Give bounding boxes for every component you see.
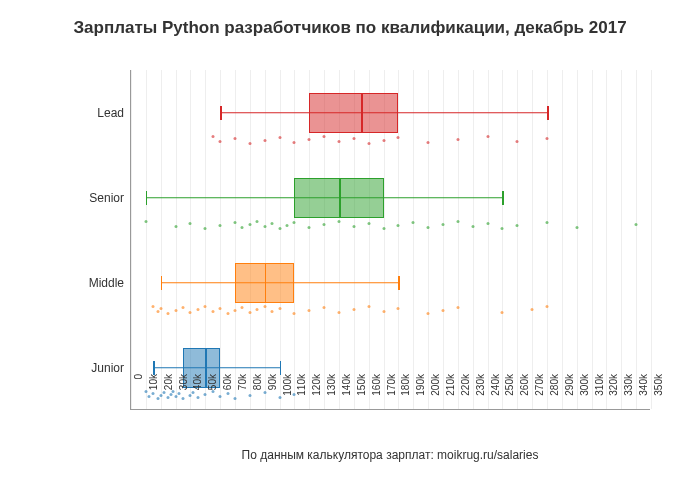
data-point <box>293 141 296 144</box>
x-axis-caption: По данным калькулятора зарплат: moikrug.… <box>130 448 650 462</box>
x-tick-label: 240k <box>490 374 501 414</box>
y-category-label: Middle <box>89 276 124 290</box>
data-point <box>367 142 370 145</box>
whisker-cap <box>547 106 549 120</box>
data-point <box>182 306 185 309</box>
data-point <box>174 225 177 228</box>
whisker-cap <box>280 361 282 375</box>
whisker-cap <box>161 276 163 290</box>
data-point <box>256 220 259 223</box>
x-tick-label: 70k <box>237 374 248 414</box>
data-point <box>531 308 534 311</box>
x-tick-label: 310k <box>594 374 605 414</box>
x-tick-label: 230k <box>475 374 486 414</box>
data-point <box>211 310 214 313</box>
median-line <box>265 263 267 303</box>
data-point <box>546 137 549 140</box>
plot-area <box>130 70 650 410</box>
x-tick-label: 290k <box>564 374 575 414</box>
data-point <box>442 223 445 226</box>
data-point <box>256 308 259 311</box>
data-point <box>308 226 311 229</box>
y-category-label: Senior <box>89 191 124 205</box>
data-point <box>189 222 192 225</box>
data-point <box>338 220 341 223</box>
x-tick-label: 300k <box>579 374 590 414</box>
data-point <box>367 305 370 308</box>
data-point <box>382 310 385 313</box>
data-point <box>248 142 251 145</box>
x-tick-label: 320k <box>608 374 619 414</box>
data-point <box>248 394 251 397</box>
data-point <box>234 221 237 224</box>
x-tick-label: 270k <box>534 374 545 414</box>
data-point <box>546 221 549 224</box>
x-tick-label: 120k <box>311 374 322 414</box>
data-point <box>323 223 326 226</box>
data-point <box>263 391 266 394</box>
data-point <box>352 308 355 311</box>
x-tick-label: 130k <box>326 374 337 414</box>
data-point <box>271 222 274 225</box>
data-point <box>234 309 237 312</box>
data-point <box>397 136 400 139</box>
x-tick-label: 80k <box>252 374 263 414</box>
data-point <box>352 137 355 140</box>
data-point <box>397 224 400 227</box>
data-point <box>196 308 199 311</box>
whisker-cap <box>502 191 504 205</box>
data-point <box>219 307 222 310</box>
whisker-cap <box>220 106 222 120</box>
x-tick-label: 260k <box>519 374 530 414</box>
data-point <box>456 220 459 223</box>
data-point <box>382 139 385 142</box>
whisker-cap <box>153 361 155 375</box>
x-tick-label: 170k <box>386 374 397 414</box>
data-point <box>456 306 459 309</box>
data-point <box>278 136 281 139</box>
x-tick-label: 20k <box>163 374 174 414</box>
data-point <box>427 141 430 144</box>
data-point <box>226 312 229 315</box>
data-point <box>144 220 147 223</box>
data-point <box>293 221 296 224</box>
data-point <box>156 310 159 313</box>
data-point <box>412 221 415 224</box>
data-point <box>159 307 162 310</box>
x-tick-label: 60k <box>222 374 233 414</box>
x-tick-label: 190k <box>415 374 426 414</box>
data-point <box>204 305 207 308</box>
data-point <box>278 396 281 399</box>
box-iqr <box>309 93 398 133</box>
data-point <box>516 224 519 227</box>
data-point <box>234 137 237 140</box>
data-point <box>211 135 214 138</box>
data-point <box>575 226 578 229</box>
data-point <box>486 222 489 225</box>
data-point <box>263 305 266 308</box>
data-point <box>189 311 192 314</box>
data-point <box>271 310 274 313</box>
data-point <box>442 309 445 312</box>
data-point <box>427 226 430 229</box>
whisker-cap <box>398 276 400 290</box>
data-point <box>241 226 244 229</box>
y-category-label: Lead <box>97 106 124 120</box>
chart-title: Зарплаты Python разработчиков по квалифи… <box>0 0 700 38</box>
data-point <box>174 309 177 312</box>
data-point <box>263 139 266 142</box>
data-point <box>338 140 341 143</box>
points-strip <box>131 220 650 230</box>
median-line <box>361 93 363 133</box>
data-point <box>382 227 385 230</box>
data-point <box>456 138 459 141</box>
data-point <box>248 311 251 314</box>
x-tick-label: 0 <box>133 374 144 414</box>
x-tick-label: 140k <box>341 374 352 414</box>
x-tick-label: 220k <box>460 374 471 414</box>
x-tick-label: 110k <box>296 374 307 414</box>
data-point <box>501 227 504 230</box>
x-tick-label: 150k <box>356 374 367 414</box>
data-point <box>278 227 281 230</box>
data-point <box>219 140 222 143</box>
